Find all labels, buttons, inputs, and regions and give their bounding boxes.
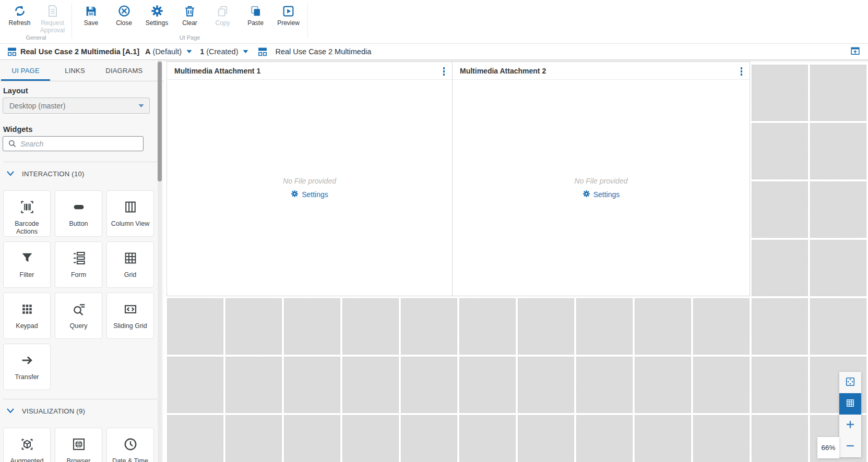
ribbon-button-label: Save [84, 20, 98, 27]
ribbon-group-label: UI Page [75, 34, 305, 43]
ribbon-toolbar: Refresh Request Approval General Save [0, 0, 868, 44]
layout-select[interactable]: Desktop (master) [3, 98, 150, 114]
widget-tile-label: Grid [124, 271, 137, 279]
canvas-grid-cell [752, 298, 808, 355]
canvas-grid-cell [810, 123, 866, 179]
canvas-grid-cell [284, 415, 340, 462]
widgets-label: Widgets [3, 125, 163, 133]
panel-settings-link[interactable]: Settings [582, 190, 620, 199]
fit-to-screen-button[interactable] [839, 372, 861, 393]
panel-header: Multimedia Attachment 1 [167, 62, 452, 80]
version-label: (Created) [206, 47, 238, 56]
widget-tile-button[interactable]: Button [55, 190, 102, 237]
canvas-grid-cell [167, 298, 223, 355]
gear-icon [582, 190, 590, 199]
ribbon-button-label: Settings [146, 20, 168, 27]
widget-tile-grid[interactable]: Grid [106, 241, 154, 288]
kebab-menu-icon[interactable] [740, 67, 743, 76]
canvas-grid-cell [225, 415, 282, 462]
multimedia-widget-1[interactable]: Multimedia Attachment 1 No File provided… [167, 62, 452, 296]
canvas-grid-cell [518, 415, 574, 462]
chevron-down-icon [7, 406, 14, 416]
tab-ui-page[interactable]: UI PAGE [1, 60, 50, 81]
canvas-grid-cell [284, 357, 340, 413]
widget-sidebar: UI PAGE LINKS DIAGRAMS Layout Desktop (m… [0, 60, 163, 462]
canvas-grid-cell [752, 65, 808, 121]
widget-tile-sliding-grid[interactable]: Sliding Grid [106, 293, 154, 339]
ar-cube-icon [19, 436, 35, 454]
canvas-grid-cell [752, 415, 808, 462]
zoom-in-button[interactable] [839, 415, 861, 436]
widget-tile-column-view[interactable]: Column View [106, 190, 154, 237]
play-icon [282, 4, 295, 18]
version-selector[interactable]: 1 (Created) [200, 47, 251, 56]
canvas-grid-cell [810, 181, 866, 238]
widget-tile-label: Button [69, 220, 88, 228]
copy-button[interactable]: Copy [206, 4, 239, 34]
widget-tile-browser[interactable]: Browser [55, 428, 102, 462]
canvas-grid-cell [576, 415, 633, 462]
widget-tile-transfer[interactable]: Transfer [3, 344, 51, 390]
section-title: VISUALIZATION (9) [22, 407, 85, 415]
widget-tile-augmented-reality[interactable]: Augmented Reality [3, 428, 51, 462]
chevron-down-icon [186, 50, 192, 54]
kebab-menu-icon[interactable] [443, 67, 446, 76]
multimedia-widget-2[interactable]: Multimedia Attachment 2 No File provided… [453, 62, 750, 296]
settings-button[interactable]: Settings [140, 4, 173, 34]
widget-tile-query[interactable]: Query [55, 293, 102, 339]
widget-tile-keypad[interactable]: Keypad [3, 293, 51, 339]
widget-tile-label: Keypad [16, 322, 38, 330]
widget-search-input[interactable] [3, 136, 144, 151]
canvas-grid-cell [459, 415, 516, 462]
layout-select-value: Desktop (master) [9, 102, 65, 110]
canvas-grid-cell [518, 357, 574, 413]
canvas-grid-cell [342, 415, 399, 462]
form-rows-icon [71, 250, 87, 268]
refresh-button[interactable]: Refresh [3, 4, 36, 34]
save-floppy-icon [85, 4, 98, 18]
widget-tile-date-time[interactable]: Date & Time [106, 428, 154, 462]
panel-title: Multimedia Attachment 1 [167, 67, 260, 75]
canvas-grid-cell [167, 415, 223, 462]
ribbon-button-label: Copy [215, 20, 230, 27]
tab-diagrams[interactable]: DIAGRAMS [100, 60, 149, 81]
sidebar-scrollbar-thumb[interactable] [158, 62, 162, 181]
canvas-panels: Multimedia Attachment 1 No File provided… [167, 62, 750, 296]
open-in-window-button[interactable] [851, 47, 860, 57]
section-title: INTERACTION (10) [22, 170, 85, 178]
canvas-grid-cell [752, 181, 808, 238]
section-header-interaction[interactable]: INTERACTION (10) [0, 162, 163, 178]
widget-tile-label: Date & Time [112, 457, 148, 462]
grid-table-icon [123, 250, 138, 268]
app-title: Real Use Case 2 Multimedia [A.1] [20, 47, 139, 56]
widget-tile-label: Sliding Grid [113, 322, 147, 330]
panel-settings-link[interactable]: Settings [291, 190, 328, 199]
canvas-grid-cell [576, 357, 633, 413]
close-button[interactable]: Close [108, 4, 140, 34]
widget-tile-barcode-actions[interactable]: Barcode Actions [3, 190, 51, 237]
panel-settings-label: Settings [302, 190, 328, 199]
canvas-zoom-toolbar [839, 372, 861, 457]
canvas-grid-cell [401, 298, 457, 355]
request-approval-button[interactable]: Request Approval [36, 4, 69, 34]
save-button[interactable]: Save [75, 4, 108, 34]
tab-links[interactable]: LINKS [50, 60, 99, 81]
toggle-grid-button[interactable] [839, 393, 861, 415]
widget-tile-form[interactable]: Form [55, 241, 102, 288]
preview-button[interactable]: Preview [272, 4, 305, 34]
section-header-visualization[interactable]: VISUALIZATION (9) [0, 399, 163, 416]
paste-button[interactable]: Paste [239, 4, 272, 34]
widget-tile-filter[interactable]: Filter [3, 241, 51, 288]
grid-icon [845, 398, 855, 410]
clear-button[interactable]: Clear [173, 4, 206, 34]
ribbon-separator [307, 4, 308, 39]
ribbon-group-general: Refresh Request Approval General [3, 0, 69, 43]
widget-tile-label: Form [71, 271, 86, 279]
variant-selector[interactable]: A (Default) [145, 47, 194, 56]
ribbon-button-label: Paste [247, 20, 264, 27]
widget-tile-label: Browser [67, 457, 91, 462]
canvas-grid-cell [459, 298, 516, 355]
zoom-out-button[interactable] [839, 436, 861, 457]
widget-tile-label: Filter [20, 271, 34, 279]
ribbon-group-label: General [3, 34, 69, 43]
